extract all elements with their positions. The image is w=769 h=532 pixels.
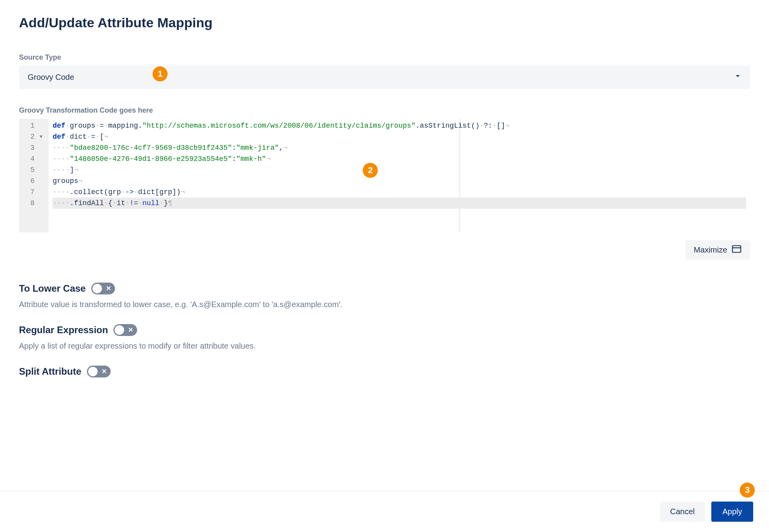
to-lower-case-title: To Lower Case [19, 283, 86, 294]
close-icon: ✕ [128, 327, 133, 333]
code-line[interactable]: def·dict·=·[¬ [53, 131, 746, 142]
split-attribute-toggle[interactable]: ✕ [87, 366, 111, 377]
code-section-label: Groovy Transformation Code goes here [19, 106, 750, 115]
toggle-knob [92, 284, 102, 293]
callout-3: 3 [740, 483, 755, 498]
source-type-select[interactable]: Groovy Code [19, 66, 750, 89]
regex-title: Regular Expression [19, 324, 108, 336]
toggle-knob [115, 325, 124, 335]
close-icon: ✕ [102, 368, 107, 375]
maximize-label: Maximize [694, 245, 727, 255]
maximize-icon [732, 245, 741, 255]
toggle-knob [88, 367, 98, 376]
code-line[interactable]: ····]¬ [53, 164, 746, 175]
close-icon: ✕ [106, 285, 111, 292]
split-attribute-title: Split Attribute [19, 366, 81, 377]
cancel-button[interactable]: Cancel [660, 502, 705, 522]
code-editor[interactable]: 1 2 ▾ 3 4 5 6 7 8 def·groups·=·mapping."… [19, 119, 750, 232]
callout-2: 2 [363, 163, 378, 178]
to-lower-case-toggle[interactable]: ✕ [91, 283, 115, 294]
chevron-down-icon [734, 73, 741, 82]
dialog-footer: 3 Cancel Apply [0, 491, 769, 532]
code-line[interactable]: groups¬ [53, 175, 746, 187]
regex-desc: Apply a list of regular expressions to m… [19, 341, 750, 351]
source-type-label: Source Type [19, 53, 750, 62]
to-lower-case-section: To Lower Case ✕ Attribute value is trans… [19, 283, 750, 309]
code-line[interactable]: ····.collect(grp·->·dict[grp])¬ [53, 187, 746, 198]
dialog-content[interactable]: Add/Update Attribute Mapping Source Type… [0, 0, 769, 491]
code-body[interactable]: def·groups·=·mapping."http://schemas.mic… [49, 119, 750, 232]
apply-button[interactable]: Apply [711, 502, 753, 522]
svg-rect-0 [733, 246, 741, 253]
callout-1: 1 [153, 66, 168, 81]
to-lower-case-desc: Attribute value is transformed to lower … [19, 300, 750, 309]
code-line[interactable]: ····"1486050e-4276-49d1-8966-e25923a554e… [53, 153, 746, 164]
code-gutter: 1 2 ▾ 3 4 5 6 7 8 [19, 119, 49, 232]
code-line[interactable]: def·groups·=·mapping."http://schemas.mic… [53, 120, 746, 131]
maximize-button[interactable]: Maximize [685, 240, 750, 260]
code-line[interactable]: ····.findAll·{·it·!=·null·}¶ [53, 198, 746, 209]
code-line[interactable]: ····"bdae8200-176c-4cf7-9569-d38cb91f243… [53, 142, 746, 153]
regex-toggle[interactable]: ✕ [113, 324, 137, 336]
page-title: Add/Update Attribute Mapping [19, 15, 750, 30]
source-type-value: Groovy Code [28, 73, 74, 82]
split-attribute-section: Split Attribute ✕ [19, 366, 750, 377]
regex-section: Regular Expression ✕ Apply a list of reg… [19, 324, 750, 351]
